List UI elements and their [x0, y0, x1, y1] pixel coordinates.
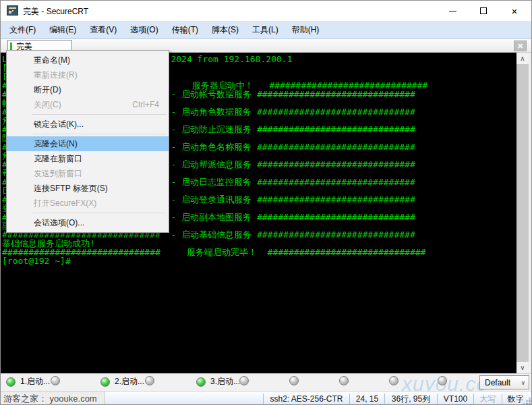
context-menu-item[interactable]: [7, 132, 169, 136]
minimize-button[interactable]: [437, 1, 468, 21]
menu-item-label: 克隆会话(N): [34, 138, 159, 150]
button-bar-dropdown[interactable]: Default ∨: [479, 375, 529, 389]
session-status-orb-icon: [196, 377, 206, 387]
button-bar: xuyou.cc 1.启动... 2.启动...: [1, 373, 531, 391]
session-status-orb-icon: [239, 376, 249, 385]
menu-item-label: 关闭(C): [34, 99, 132, 111]
session-status-orb-icon: [100, 377, 110, 387]
session-launch-button[interactable]: [239, 376, 254, 385]
securecrt-window: 完美 - SecureCRT × 文件(F)编辑(E)查看(V)选项(O)传输(…: [0, 0, 532, 405]
context-menu-item[interactable]: [7, 112, 169, 117]
session-launch-button[interactable]: [289, 376, 303, 385]
close-icon: ×: [512, 6, 518, 16]
maximize-icon: [480, 7, 487, 14]
watermark-badge: 游客之家： yoouke.com: [1, 392, 105, 405]
session-button-label: 1.启动...: [20, 376, 50, 387]
context-menu-item[interactable]: 锁定会话(K)...: [7, 117, 169, 132]
terminal-line: [root@192 ~]#: [2, 256, 427, 265]
menu-item-label: 重新连接(R): [34, 70, 159, 81]
context-menu-item[interactable]: 重新连接(R): [7, 68, 169, 82]
menu-item-label: 连接SFTP 标签页(S): [34, 183, 159, 194]
maximize-button[interactable]: [468, 1, 499, 21]
menubar-item[interactable]: 工具(L): [245, 21, 285, 39]
session-status-orb-icon: [389, 376, 398, 385]
session-launch-button[interactable]: 2.启动...: [100, 376, 144, 387]
status-segment: VT100: [437, 394, 473, 404]
menu-item-label: 打开SecureFX(X): [34, 198, 159, 209]
window-right-gutter: [529, 53, 532, 373]
menubar-item[interactable]: 查看(V): [83, 21, 123, 39]
dropdown-value: Default: [485, 378, 510, 387]
context-menu-item[interactable]: 会话选项(O)...: [7, 215, 169, 230]
window-title: 完美 - SecureCRT: [23, 6, 88, 18]
menu-item-label: 会话选项(O)...: [34, 217, 159, 229]
context-menu-item[interactable]: 克隆会话(N): [7, 136, 169, 151]
session-status-orb-icon: [438, 376, 447, 385]
status-segment: 数字: [502, 394, 529, 404]
minimize-icon: [449, 11, 456, 11]
status-segment: 36行, 95列: [384, 394, 437, 404]
tab-context-menu: 重命名(M) 重新连接(R) 断开(D) 关闭(C) Ctrl+F4: [6, 50, 169, 233]
status-segment: 大写: [473, 394, 502, 404]
session-launch-button[interactable]: [51, 376, 65, 385]
context-menu-item[interactable]: [7, 211, 169, 215]
menu-item-label: 发送到新窗口: [34, 168, 159, 180]
menu-item-label: 断开(D): [34, 84, 159, 96]
session-status-orb-icon: [51, 376, 60, 385]
session-launch-button[interactable]: [145, 376, 159, 385]
close-button[interactable]: ×: [499, 1, 530, 21]
scroll-down-icon[interactable]: ∨: [516, 362, 529, 373]
menubar-item[interactable]: 脚本(S): [205, 21, 245, 39]
menu-item-label: 克隆在新窗口: [34, 153, 159, 165]
menu-item-label: 锁定会话(K)...: [34, 119, 159, 130]
menu-item-label: 重命名(M): [34, 55, 159, 66]
context-menu-item[interactable]: 重命名(M): [7, 53, 169, 68]
menubar-item[interactable]: 编辑(E): [42, 21, 83, 39]
session-button-label: 3.启动...: [210, 376, 240, 387]
context-menu-item[interactable]: 打开SecureFX(X): [7, 196, 169, 211]
session-status-orb-icon: [145, 376, 154, 385]
status-segments: ssh2: AES-256-CTR24, 1536行, 95列VT100大写数字: [263, 392, 529, 405]
status-segment: ssh2: AES-256-CTR: [263, 394, 349, 404]
menu-bar: 文件(F)编辑(E)查看(V)选项(O)传输(T)脚本(S)工具(L)帮助(H): [1, 21, 531, 39]
status-segment: 24, 15: [349, 394, 384, 404]
session-status-orb-icon: [6, 377, 16, 387]
session-launch-button[interactable]: 3.启动...: [196, 376, 240, 387]
session-status-orb-icon: [289, 376, 299, 385]
session-launch-button[interactable]: 1.启动...: [6, 376, 50, 387]
context-menu-item[interactable]: 发送到新窗口: [7, 166, 169, 181]
app-icon: [7, 5, 18, 16]
menubar-item[interactable]: 选项(O): [123, 21, 165, 39]
scroll-up-icon[interactable]: ∧: [516, 53, 529, 64]
menubar-item[interactable]: 文件(F): [3, 21, 42, 39]
menubar-item[interactable]: 传输(T): [165, 21, 205, 39]
context-menu-item[interactable]: 克隆在新窗口: [7, 151, 169, 166]
tabbar-close-button[interactable]: ✕: [514, 40, 527, 51]
session-launch-button[interactable]: [438, 376, 452, 385]
session-status-orb-icon: [339, 376, 349, 385]
context-menu-item[interactable]: 关闭(C) Ctrl+F4: [7, 97, 169, 112]
context-menu-item[interactable]: 断开(D): [7, 82, 169, 97]
session-launch-button[interactable]: [339, 376, 353, 385]
menubar-item[interactable]: 帮助(H): [285, 21, 326, 39]
context-menu-item[interactable]: 连接SFTP 标签页(S): [7, 181, 169, 196]
session-launch-button[interactable]: [389, 376, 403, 385]
session-button-label: 2.启动...: [115, 376, 144, 387]
terminal-scrollbar[interactable]: ∧ ∨: [516, 53, 529, 373]
chevron-down-icon: ∨: [521, 379, 525, 386]
menu-item-shortcut: Ctrl+F4: [132, 100, 159, 109]
title-bar[interactable]: 完美 - SecureCRT ×: [1, 1, 531, 21]
status-bar: 游客之家： yoouke.com ssh2: AES-256-CTR24, 15…: [1, 391, 531, 405]
